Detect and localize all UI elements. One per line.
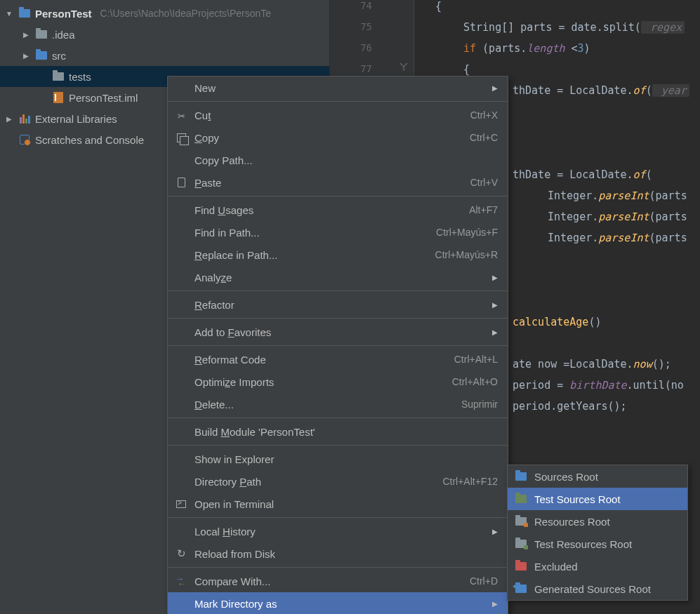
submenu-item-resources-root[interactable]: Resources Root xyxy=(508,510,687,533)
menu-item-label: Reload from Disk xyxy=(194,548,498,560)
menu-item-label: Cut xyxy=(194,109,463,121)
module-folder-icon xyxy=(18,7,31,20)
menu-item-label: Copy xyxy=(194,132,463,144)
menu-item-label: Compare With... xyxy=(194,575,463,587)
menu-item-shortcut: Ctrl+Mayús+R xyxy=(435,249,498,260)
menu-item-shortcut: Ctrl+Alt+O xyxy=(452,376,498,387)
menu-item-label: Mark Directory as xyxy=(194,598,480,610)
submenu-arrow-icon: ▶ xyxy=(492,301,498,309)
menu-item-label: Copy Path... xyxy=(194,154,498,166)
mi-terminal-icon xyxy=(175,500,187,508)
root-name: PersonTest xyxy=(35,8,92,20)
chevron-right-icon[interactable]: ▶ xyxy=(21,31,31,39)
menu-item-find-usages[interactable]: Find UsagesAlt+F7 xyxy=(168,199,508,221)
submenu-item-label: Test Sources Root xyxy=(534,493,678,505)
folder-icon xyxy=(515,540,527,548)
menu-item-find-in-path[interactable]: Find in Path...Ctrl+Mayús+F xyxy=(168,221,508,243)
source-folder-icon xyxy=(35,49,48,62)
menu-item-paste[interactable]: PasteCtrl+V xyxy=(168,171,508,194)
menu-item-analyze[interactable]: Analyze▶ xyxy=(168,266,508,288)
folder-icon xyxy=(515,517,527,526)
code-line[interactable]: if (parts.length <3) xyxy=(421,42,700,63)
submenu-item-label: Generated Sources Root xyxy=(534,583,678,595)
menu-separator xyxy=(168,517,508,518)
tree-item-label: src xyxy=(52,50,66,62)
menu-separator xyxy=(168,291,508,291)
mi-compare-icon xyxy=(175,577,187,585)
menu-item-label: Reformat Code xyxy=(194,354,447,366)
menu-item-label: Refactor xyxy=(194,299,480,311)
menu-item-open-in-terminal[interactable]: Open in Terminal xyxy=(168,493,508,515)
mark-directory-submenu: Sources RootTest Sources RootResources R… xyxy=(507,465,688,601)
submenu-arrow-icon: ▶ xyxy=(492,84,498,92)
menu-item-label: Find in Path... xyxy=(194,227,429,239)
menu-item-label: Paste xyxy=(194,177,463,189)
menu-separator xyxy=(168,101,508,102)
submenu-item-sources-root[interactable]: Sources Root xyxy=(508,465,687,488)
menu-item-new[interactable]: New▶ xyxy=(168,76,508,99)
chevron-right-icon[interactable]: ▶ xyxy=(21,52,31,60)
submenu-arrow-icon: ▶ xyxy=(492,528,498,535)
menu-item-build-module-persontest[interactable]: Build Module 'PersonTest' xyxy=(168,420,508,443)
menu-item-label: Directory Path xyxy=(194,476,435,488)
menu-item-delete[interactable]: Delete...Suprimir xyxy=(168,393,508,415)
menu-item-label: Build Module 'PersonTest' xyxy=(194,426,498,438)
submenu-item-label: Sources Root xyxy=(534,471,678,483)
chevron-right-icon[interactable]: ▶ xyxy=(4,115,14,123)
submenu-item-label: Test Resources Root xyxy=(534,538,678,550)
menu-item-show-in-explorer[interactable]: Show in Explorer xyxy=(168,448,508,470)
line-number: 75 xyxy=(330,21,372,32)
menu-item-local-history[interactable]: Local History▶ xyxy=(168,520,508,542)
submenu-item-label: Excluded xyxy=(534,561,678,573)
folder-icon xyxy=(515,585,527,593)
menu-item-cut[interactable]: CutCtrl+X xyxy=(168,104,508,126)
mi-paste-icon xyxy=(175,178,187,187)
menu-item-directory-path[interactable]: Directory PathCtrl+Alt+F12 xyxy=(168,470,508,493)
menu-item-mark-directory-as[interactable]: Mark Directory as▶ xyxy=(168,592,508,614)
submenu-item-test-sources-root[interactable]: Test Sources Root xyxy=(508,488,687,510)
folder-icon xyxy=(515,472,527,481)
mi-copy-icon xyxy=(175,133,187,142)
submenu-item-generated-sources-root[interactable]: Generated Sources Root xyxy=(508,578,687,600)
code-line[interactable]: { xyxy=(421,0,700,21)
chevron-down-icon[interactable]: ▼ xyxy=(4,10,14,18)
folder-icon xyxy=(515,495,527,503)
menu-item-optimize-imports[interactable]: Optimize ImportsCtrl+Alt+O xyxy=(168,371,508,393)
menu-item-shortcut: Ctrl+Mayús+F xyxy=(436,227,498,238)
fold-marker-icon[interactable] xyxy=(399,62,409,72)
tree-item-label: tests xyxy=(69,71,91,83)
menu-separator xyxy=(168,567,508,568)
submenu-arrow-icon: ▶ xyxy=(492,600,498,608)
menu-item-shortcut: Ctrl+C xyxy=(470,132,498,143)
menu-item-copy[interactable]: CopyCtrl+C xyxy=(168,126,508,149)
mi-reload-icon xyxy=(175,547,187,560)
code-line[interactable]: String[] parts = date.split( regex xyxy=(421,21,700,42)
menu-item-shortcut: Suprimir xyxy=(461,399,498,410)
menu-item-label: Analyze xyxy=(194,272,480,283)
folder-icon xyxy=(52,70,65,83)
tree-item-src[interactable]: ▶ src xyxy=(0,45,329,66)
line-number: 76 xyxy=(330,42,372,53)
menu-item-copy-path[interactable]: Copy Path... xyxy=(168,149,508,171)
submenu-item-label: Resources Root xyxy=(534,516,678,528)
menu-item-reload-from-disk[interactable]: Reload from Disk xyxy=(168,542,508,565)
tree-item-label: PersonTest.iml xyxy=(69,92,138,104)
menu-item-shortcut: Ctrl+Alt+L xyxy=(454,354,498,365)
context-menu: New▶CutCtrl+XCopyCtrl+CCopy Path...Paste… xyxy=(167,76,508,614)
menu-item-shortcut: Ctrl+Alt+F12 xyxy=(442,476,498,487)
submenu-item-test-resources-root[interactable]: Test Resources Root xyxy=(508,533,687,555)
tree-item-idea[interactable]: ▶ .idea xyxy=(0,24,329,45)
tree-item-label: External Libraries xyxy=(35,113,117,125)
menu-item-compare-with[interactable]: Compare With...Ctrl+D xyxy=(168,570,508,592)
tree-root[interactable]: ▼ PersonTest C:\Users\Nacho\IdeaProjects… xyxy=(0,3,329,24)
menu-item-refactor[interactable]: Refactor▶ xyxy=(168,293,508,316)
scratches-icon xyxy=(18,133,31,146)
submenu-item-excluded[interactable]: Excluded xyxy=(508,555,687,578)
tree-item-label: .idea xyxy=(52,29,75,41)
menu-item-label: Open in Terminal xyxy=(194,498,498,510)
menu-item-shortcut: Ctrl+V xyxy=(470,177,498,188)
menu-item-replace-in-path[interactable]: Replace in Path...Ctrl+Mayús+R xyxy=(168,243,508,266)
menu-item-reformat-code[interactable]: Reformat CodeCtrl+Alt+L xyxy=(168,348,508,371)
menu-item-add-to-favorites[interactable]: Add to Favorites▶ xyxy=(168,321,508,343)
menu-item-label: Delete... xyxy=(194,399,454,411)
